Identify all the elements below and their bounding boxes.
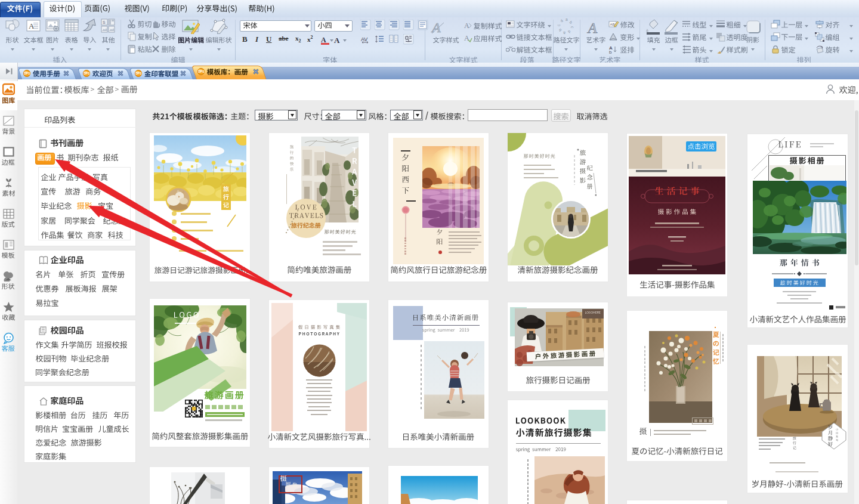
svg-text:DPS: DPS	[24, 72, 30, 75]
svg-text:c: c	[570, 26, 574, 29]
svg-text:DPS: DPS	[135, 72, 142, 75]
svg-text:d: d	[567, 30, 572, 34]
svg-text:b: b	[569, 20, 574, 24]
svg-text:b: b	[609, 50, 612, 54]
svg-text:A: A	[464, 21, 469, 30]
svg-text:b: b	[558, 28, 563, 33]
svg-text:c: c	[557, 24, 561, 26]
svg-text:A: A	[586, 20, 600, 35]
svg-text:a: a	[566, 18, 568, 21]
svg-text:DPS: DPS	[84, 72, 90, 75]
svg-text:DPS: DPS	[198, 70, 205, 73]
svg-text:A: A	[431, 20, 441, 35]
svg-text:d: d	[559, 18, 564, 23]
svg-text:A: A	[464, 34, 469, 42]
svg-text:AV: AV	[361, 36, 367, 42]
svg-text:a: a	[563, 31, 566, 34]
svg-text:S: S	[103, 20, 106, 24]
